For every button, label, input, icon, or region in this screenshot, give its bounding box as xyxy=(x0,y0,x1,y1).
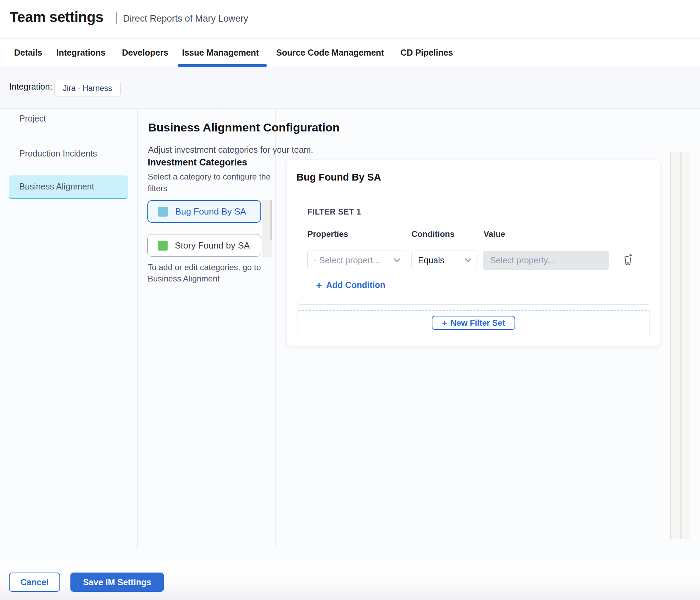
vertical-scrollbar-track-outer[interactable] xyxy=(670,152,680,539)
add-condition-label: Add Condition xyxy=(326,280,385,290)
sidebar-item-business-alignment[interactable]: Business Alignment xyxy=(9,175,128,199)
section-title: Business Alignment Configuration xyxy=(148,121,340,134)
tab-source-code-management[interactable]: Source Code Management xyxy=(276,48,384,58)
category-color-swatch xyxy=(158,241,168,251)
investment-categories-heading: Investment Categories xyxy=(148,157,247,168)
investment-categories-help: Select a category to configure the filte… xyxy=(148,171,274,194)
category-button-story-found-by-sa[interactable]: Story Found by SA xyxy=(147,234,261,257)
sidebar-divider xyxy=(137,109,138,549)
category-list-scrollbar-thumb[interactable] xyxy=(270,200,272,241)
categories-note: To add or edit categories, go to Busines… xyxy=(148,262,274,284)
category-color-swatch xyxy=(158,207,168,217)
tab-details[interactable]: Details xyxy=(14,48,42,58)
category-button-bug-found-by-sa[interactable]: Bug Found By SA xyxy=(147,200,261,223)
integration-label: Integration: xyxy=(9,82,52,92)
filter-card-title: Bug Found By SA xyxy=(296,172,381,183)
chevron-down-icon xyxy=(394,258,400,263)
tab-issue-management[interactable]: Issue Management xyxy=(182,48,259,58)
condition-select-value: Equals xyxy=(418,255,444,265)
save-im-settings-button[interactable]: Save IM Settings xyxy=(70,573,164,592)
value-input[interactable] xyxy=(483,251,609,270)
title-separator xyxy=(116,12,117,24)
page-header: Team settings Direct Reports of Mary Low… xyxy=(0,0,700,38)
tab-integrations[interactable]: Integrations xyxy=(56,48,105,58)
category-label: Story Found by SA xyxy=(175,240,250,251)
tab-developers[interactable]: Developers xyxy=(122,48,168,58)
filter-set-label: FILTER SET 1 xyxy=(307,207,361,217)
tab-cd-pipelines[interactable]: CD Pipelines xyxy=(400,48,453,58)
vertical-scrollbar-track-inner[interactable] xyxy=(680,152,690,539)
plus-icon: + xyxy=(316,280,322,290)
breadcrumb: Direct Reports of Mary Lowery xyxy=(123,13,248,24)
sidebar-item-production-incidents[interactable]: Production Incidents xyxy=(9,142,128,165)
new-filter-set-button[interactable]: + New Filter Set xyxy=(432,316,515,330)
integration-bar: Integration: Jira - Harness xyxy=(0,67,700,109)
categories-divider xyxy=(275,109,276,549)
tab-bar: Details Integrations Developers Issue Ma… xyxy=(0,38,700,67)
add-condition-button[interactable]: + Add Condition xyxy=(316,280,385,290)
chevron-down-icon xyxy=(465,258,472,263)
cancel-button[interactable]: Cancel xyxy=(9,573,60,592)
plus-icon: + xyxy=(442,318,447,328)
delete-condition-button[interactable] xyxy=(620,252,635,267)
properties-column-label: Properties xyxy=(307,229,348,239)
active-tab-indicator xyxy=(178,64,267,67)
property-select-value: - Select propert... xyxy=(314,255,380,265)
property-select[interactable]: - Select propert... xyxy=(307,251,406,270)
integration-chip[interactable]: Jira - Harness xyxy=(54,80,121,96)
sidebar-item-project[interactable]: Project xyxy=(9,107,128,130)
trash-icon xyxy=(623,253,633,266)
condition-select[interactable]: Equals xyxy=(411,251,477,270)
conditions-column-label: Conditions xyxy=(411,229,454,239)
page-title: Team settings xyxy=(10,9,103,25)
category-label: Bug Found By SA xyxy=(175,206,246,217)
value-column-label: Value xyxy=(484,229,505,239)
new-filter-set-label: New Filter Set xyxy=(451,318,505,328)
section-subtitle: Adjust investment categories for your te… xyxy=(148,145,313,155)
